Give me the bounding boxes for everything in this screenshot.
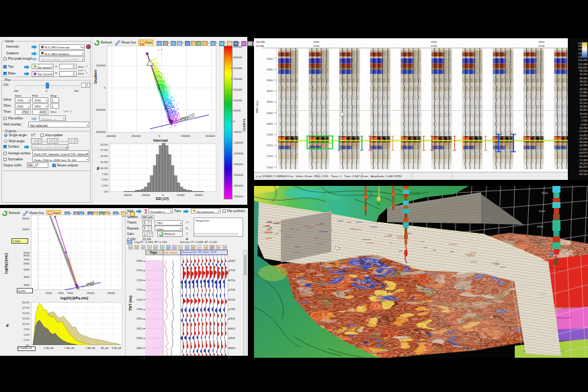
svg-text:-38,144: -38,144 — [579, 141, 587, 144]
svg-text:2193: 2193 — [431, 44, 437, 48]
svg-text:TWT (ms): TWT (ms) — [255, 101, 259, 113]
svg-text:2720: 2720 — [267, 144, 274, 147]
svg-text:37,151: 37,151 — [579, 102, 587, 105]
svg-text:-99,749: -99,749 — [579, 173, 587, 176]
svg-text:23,461: 23,461 — [579, 109, 587, 111]
svg-text:2190: 2190 — [313, 44, 320, 48]
svg-text:43,996: 43,996 — [579, 99, 587, 101]
svg-text:3000: 3000 — [542, 191, 548, 195]
svg-text:78,221: 78,221 — [579, 81, 587, 83]
svg-text:2960: 2960 — [538, 40, 545, 44]
svg-text:71,376: 71,376 — [579, 84, 587, 87]
svg-text:112,446: 112,446 — [579, 63, 587, 66]
svg-text:91,911: 91,911 — [580, 73, 587, 76]
svg-text:-79,214: -79,214 — [579, 162, 587, 165]
svg-text:2680: 2680 — [267, 122, 274, 126]
svg-text:2600: 2600 — [267, 79, 274, 82]
svg-text:-65,524: -65,524 — [579, 155, 587, 158]
svg-text:-24,454: -24,454 — [579, 134, 587, 137]
svg-text:-51,834: -51,834 — [579, 148, 587, 151]
svg-text:-72,369: -72,369 — [579, 159, 587, 162]
svg-text:-17,609: -17,609 — [579, 130, 587, 133]
svg-text:2,926: 2,926 — [581, 119, 587, 122]
svg-text:2700: 2700 — [267, 133, 274, 136]
svg-text:604000: 604000 — [535, 296, 545, 299]
svg-text:30,306: 30,306 — [579, 105, 587, 108]
svg-text:2580: 2580 — [267, 68, 274, 71]
svg-text:χ=17: χ=17 — [180, 116, 188, 120]
svg-text:2760: 2760 — [267, 166, 274, 169]
svg-text:X-axis: X-axis — [539, 292, 546, 295]
svg-text:XLINE: XLINE — [256, 44, 264, 48]
svg-text:2960: 2960 — [431, 40, 437, 44]
svg-text:16,616: 16,616 — [579, 113, 587, 115]
svg-text:χ=13: χ=13 — [86, 282, 93, 286]
svg-text:85,066: 85,066 — [579, 77, 587, 80]
svg-text:-86,059: -86,059 — [579, 166, 587, 168]
svg-text:-10,764: -10,764 — [579, 127, 587, 130]
svg-text:-31,299: -31,299 — [579, 138, 587, 140]
svg-text:-3,919: -3,919 — [580, 124, 587, 126]
svg-text:-44,989: -44,989 — [579, 144, 587, 147]
svg-text:2196: 2196 — [538, 44, 545, 48]
svg-text:105,601: 105,601 — [578, 66, 587, 69]
svg-text:2660: 2660 — [267, 111, 274, 115]
svg-text:x, y: 423685.7, 8489402.0 m: x, y: 423685.7, 8489402.0 m Inline, XLin… — [256, 175, 403, 178]
svg-text:119,291: 119,291 — [579, 59, 587, 62]
svg-text:2740: 2740 — [267, 154, 274, 158]
svg-text:3500: 3500 — [539, 209, 546, 213]
svg-text:64,531: 64,531 — [579, 88, 587, 91]
svg-text:2960: 2960 — [313, 40, 320, 44]
svg-text:98,756: 98,756 — [579, 70, 587, 72]
svg-text:9,771: 9,771 — [581, 116, 587, 119]
svg-text:50,841: 50,841 — [579, 95, 587, 97]
svg-text:2620: 2620 — [267, 89, 274, 93]
svg-text:4000: 4000 — [537, 225, 544, 228]
svg-text:-58,679: -58,679 — [579, 152, 587, 154]
svg-text:-92,904: -92,904 — [579, 170, 587, 173]
svg-text:2560: 2560 — [267, 57, 274, 60]
svg-text:INLINE: INLINE — [256, 40, 265, 44]
svg-text:57,686: 57,686 — [579, 91, 587, 94]
svg-text:2640: 2640 — [267, 100, 274, 103]
